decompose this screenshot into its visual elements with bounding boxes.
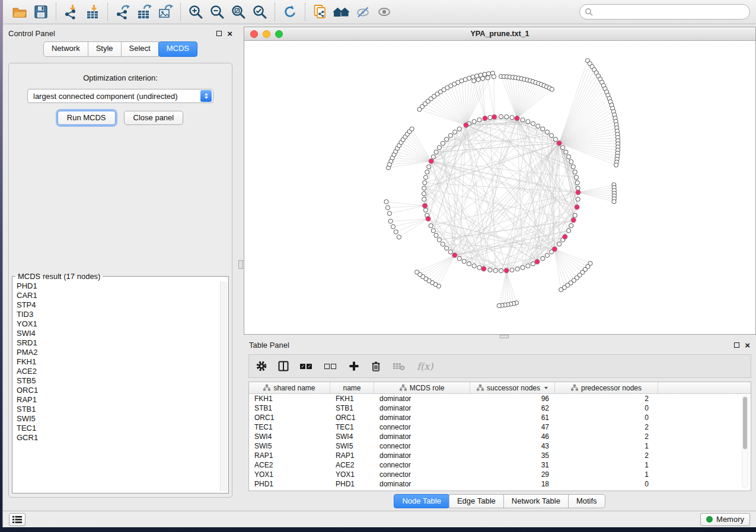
column-header-predecessor-nodes[interactable]: predecessor nodes	[555, 382, 658, 393]
splitter-grip[interactable]	[500, 335, 509, 338]
cell-successor-nodes[interactable]: 31	[470, 461, 555, 469]
export-image-button[interactable]	[155, 1, 176, 23]
tab-edge-table[interactable]: Edge Table	[449, 494, 504, 508]
mcds-node[interactable]	[464, 123, 468, 127]
table-row[interactable]: FKH1FKH1dominator962	[249, 394, 751, 403]
table-settings-button[interactable]	[256, 361, 267, 371]
table-row[interactable]: SWI5SWI5connector431	[249, 441, 751, 451]
zoom-out-button[interactable]	[206, 1, 228, 23]
minimize-window-icon[interactable]	[263, 30, 270, 38]
import-table-button[interactable]	[82, 1, 103, 23]
search-field[interactable]	[579, 4, 750, 20]
clone-network-button[interactable]	[310, 1, 331, 23]
cell-shared-name[interactable]: PHD1	[249, 480, 330, 488]
cell-name[interactable]: PHD1	[330, 480, 374, 488]
cell-MCDS-role[interactable]: dominator	[374, 404, 470, 412]
tab-mcds[interactable]: MCDS	[158, 41, 197, 57]
table-row[interactable]: RAP1RAP1dominator352	[249, 451, 751, 460]
delete-column-button[interactable]	[371, 360, 381, 372]
mcds-node[interactable]	[576, 190, 580, 195]
table-row[interactable]: PHD1PHD1dominator180	[249, 479, 751, 489]
cell-name[interactable]: SWI5	[330, 442, 374, 450]
network-titlebar[interactable]: YPA_prune.txt_1	[244, 27, 755, 41]
table-row[interactable]: ACE2ACE2connector311	[249, 460, 751, 470]
show-details-button[interactable]	[374, 1, 395, 23]
cell-shared-name[interactable]: STB1	[249, 404, 330, 412]
cell-shared-name[interactable]: YOX1	[249, 470, 330, 479]
mcds-node[interactable]	[563, 235, 567, 239]
close-panel-icon[interactable]: ×	[227, 31, 232, 36]
cell-successor-nodes[interactable]: 47	[470, 423, 555, 431]
mcds-result-list[interactable]: PHD1CAR1STP4TID3YOX1SWI4SRD1PMA2FKH1ACE2…	[12, 281, 228, 492]
refresh-button[interactable]	[279, 1, 301, 23]
cell-name[interactable]: YOX1	[330, 470, 374, 479]
mcds-node[interactable]	[535, 259, 540, 264]
cell-name[interactable]: SWI4	[330, 432, 374, 441]
import-network-button[interactable]	[60, 1, 82, 23]
cell-MCDS-role[interactable]: dominator	[374, 395, 470, 403]
result-list-item[interactable]: STB1	[17, 405, 228, 414]
memory-button[interactable]: Memory	[700, 513, 750, 526]
table-row[interactable]: STB1STB1dominator620	[249, 403, 751, 413]
result-list-item[interactable]: ORC1	[17, 386, 228, 395]
tab-network-table[interactable]: Network Table	[503, 494, 569, 508]
result-list-item[interactable]: YOX1	[17, 319, 228, 329]
mcds-node[interactable]	[575, 204, 579, 209]
tab-network[interactable]: Network	[43, 41, 88, 57]
open-session-button[interactable]	[9, 1, 30, 23]
table-scrollbar[interactable]	[742, 395, 748, 488]
network-graph[interactable]	[244, 41, 755, 334]
cell-predecessor-nodes[interactable]: 2	[555, 395, 658, 403]
create-column-button[interactable]	[349, 361, 359, 371]
hide-all-columns-button[interactable]	[324, 361, 337, 371]
cell-successor-nodes[interactable]: 29	[470, 470, 555, 479]
tab-select[interactable]: Select	[121, 41, 159, 57]
zoom-fit-button[interactable]	[228, 1, 249, 23]
cell-successor-nodes[interactable]: 18	[470, 480, 555, 488]
cell-name[interactable]: ORC1	[330, 414, 374, 422]
tab-style[interactable]: Style	[88, 41, 122, 57]
close-panel-icon[interactable]: ×	[745, 342, 750, 348]
cell-name[interactable]: STB1	[330, 404, 374, 412]
mcds-node[interactable]	[571, 217, 576, 222]
cell-successor-nodes[interactable]: 43	[470, 442, 555, 450]
show-all-columns-button[interactable]	[300, 361, 313, 371]
cell-MCDS-role[interactable]: connector	[374, 442, 470, 450]
cell-shared-name[interactable]: FKH1	[249, 395, 330, 403]
zoom-in-button[interactable]	[185, 1, 206, 23]
zoom-selected-button[interactable]	[249, 1, 270, 23]
table-row[interactable]: YOX1YOX1connector291	[249, 470, 751, 479]
result-list-item[interactable]: STP4	[17, 300, 228, 310]
float-panel-icon[interactable]	[216, 31, 222, 36]
cell-name[interactable]: RAP1	[330, 451, 374, 460]
mcds-node[interactable]	[504, 268, 509, 273]
cell-predecessor-nodes[interactable]: 0	[555, 404, 658, 412]
cell-predecessor-nodes[interactable]: 1	[555, 470, 658, 479]
result-list-item[interactable]: PHD1	[17, 281, 228, 291]
cell-predecessor-nodes[interactable]: 2	[555, 451, 658, 460]
cell-shared-name[interactable]: RAP1	[249, 451, 330, 460]
tab-node-table[interactable]: Node Table	[394, 494, 449, 508]
cell-predecessor-nodes[interactable]: 1	[555, 461, 658, 469]
mcds-node[interactable]	[552, 246, 557, 251]
column-view-button[interactable]	[278, 361, 289, 371]
hide-details-button[interactable]	[352, 1, 374, 23]
mcds-node[interactable]	[557, 141, 562, 146]
mcds-node[interactable]	[429, 159, 433, 164]
cell-MCDS-role[interactable]: dominator	[374, 451, 470, 460]
cell-predecessor-nodes[interactable]: 0	[555, 414, 658, 422]
cell-shared-name[interactable]: TEC1	[249, 423, 330, 431]
mcds-node[interactable]	[422, 203, 427, 208]
mcds-node[interactable]	[492, 114, 497, 119]
result-list-item[interactable]: GCR1	[17, 433, 228, 443]
mcds-node[interactable]	[483, 116, 487, 121]
cell-successor-nodes[interactable]: 62	[470, 404, 555, 412]
table-row[interactable]: ORC1ORC1dominator610	[249, 413, 751, 422]
result-list-item[interactable]: TEC1	[17, 424, 228, 433]
table-row[interactable]: SWI4SWI4dominator462	[249, 432, 751, 441]
result-list-item[interactable]: RAP1	[17, 395, 228, 405]
task-history-button[interactable]	[9, 513, 25, 526]
cell-MCDS-role[interactable]: dominator	[374, 414, 470, 422]
result-list-item[interactable]: CAR1	[17, 291, 228, 300]
cell-name[interactable]: TEC1	[330, 423, 374, 431]
